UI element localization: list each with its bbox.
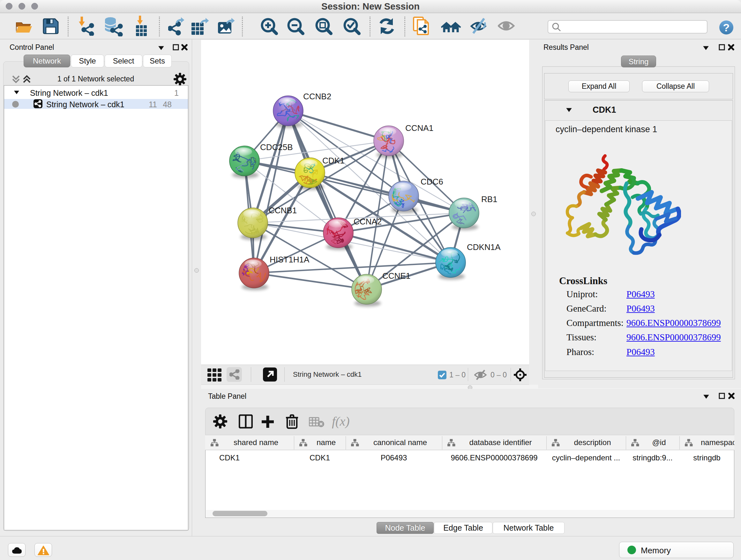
svg-text:CDK1: CDK1 (322, 156, 344, 165)
svg-text:CDC25B: CDC25B (260, 142, 293, 152)
svg-text:CCNA2: CCNA2 (354, 217, 382, 226)
svg-text:CDKN1A: CDKN1A (467, 242, 501, 252)
svg-text:HIST1H1A: HIST1H1A (270, 255, 310, 264)
svg-text:CDC6: CDC6 (421, 177, 443, 186)
svg-text:CCNA1: CCNA1 (405, 123, 433, 133)
svg-text:CCNB1: CCNB1 (269, 206, 297, 215)
svg-text:CCNE1: CCNE1 (382, 271, 410, 281)
svg-text:RB1: RB1 (481, 194, 497, 204)
svg-text:CCNB2: CCNB2 (303, 91, 331, 101)
